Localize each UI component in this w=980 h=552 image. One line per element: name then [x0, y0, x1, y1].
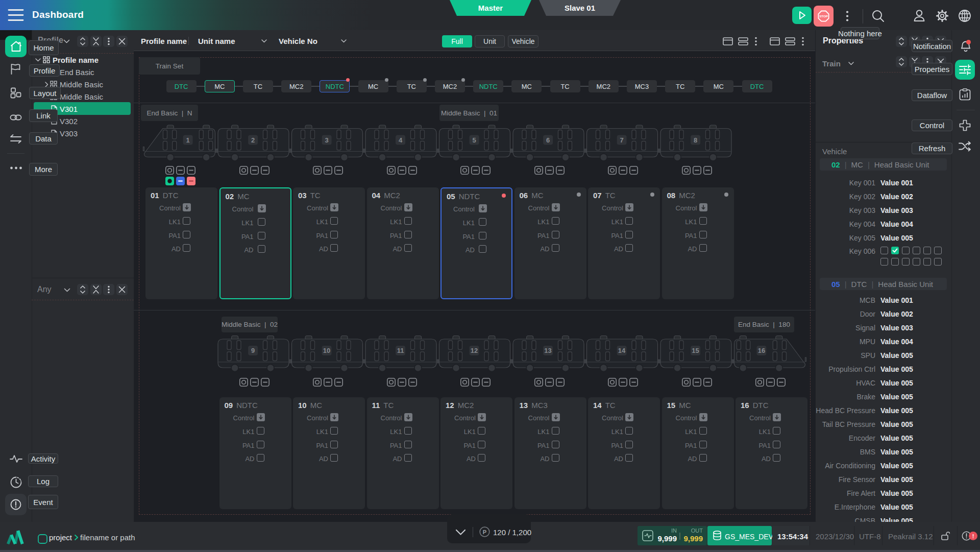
svg-text:1: 1	[186, 136, 189, 144]
svg-text:11: 11	[397, 347, 404, 354]
svg-text:13: 13	[544, 347, 551, 354]
svg-text:7: 7	[620, 136, 623, 144]
svg-text:6: 6	[546, 136, 550, 144]
svg-text:12: 12	[471, 347, 478, 354]
svg-text:4: 4	[399, 136, 403, 144]
svg-text:5: 5	[472, 136, 476, 144]
svg-text:16: 16	[758, 347, 765, 354]
svg-text:P: P	[483, 529, 486, 535]
svg-text:15: 15	[692, 347, 699, 354]
svg-text:2: 2	[251, 136, 255, 144]
svg-text:Master: Master	[478, 4, 503, 12]
svg-text:8: 8	[694, 136, 697, 144]
svg-text:9: 9	[251, 347, 255, 354]
svg-text:14: 14	[618, 347, 626, 354]
svg-text:STOP: STOP	[819, 14, 828, 18]
svg-text:3: 3	[325, 136, 328, 144]
svg-text:Slave 01: Slave 01	[565, 4, 595, 12]
svg-text:10: 10	[323, 347, 330, 354]
